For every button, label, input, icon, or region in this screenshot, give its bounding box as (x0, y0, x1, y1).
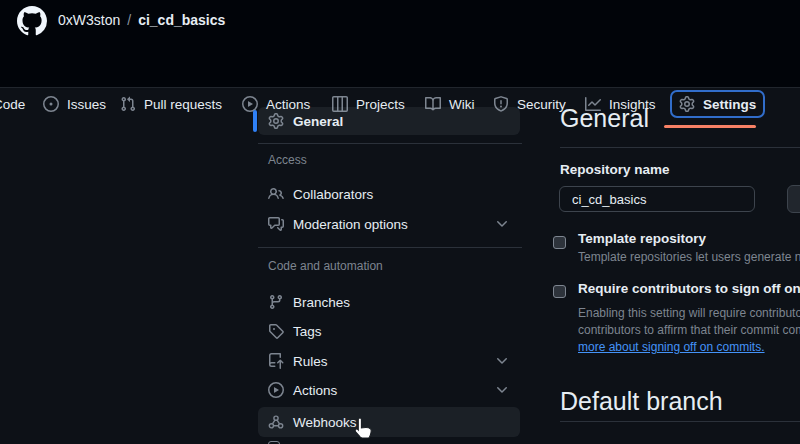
issue-opened-icon (43, 96, 59, 112)
template-repository-description: Template repositories let users generate… (578, 251, 800, 264)
rename-button[interactable] (787, 185, 800, 213)
sidebar-item-actions[interactable]: Actions (258, 376, 520, 404)
github-settings-page: 0xW3ston / ci_cd_basics Code Issues Pull… (0, 0, 800, 444)
breadcrumb: 0xW3ston / ci_cd_basics (58, 12, 225, 28)
tag-icon (268, 323, 284, 339)
require-signoff-label: Require contributors to sign off on web-… (578, 282, 800, 296)
require-signoff-description-line-1: Enabling this setting will require contr… (578, 307, 800, 320)
sidebar-item-rules[interactable]: Rules (258, 347, 520, 375)
sidebar-item-webhooks[interactable]: Webhooks (258, 407, 520, 437)
sidebar-section-access: Access (268, 153, 307, 167)
sidebar-item-tags[interactable]: Tags (258, 317, 520, 345)
breadcrumb-repo-link[interactable]: ci_cd_basics (138, 12, 225, 28)
tab-settings[interactable]: Settings (670, 90, 765, 118)
section-divider (560, 421, 800, 422)
comment-discussion-icon (268, 216, 284, 232)
breadcrumb-owner-link[interactable]: 0xW3ston (58, 12, 120, 28)
people-icon (268, 186, 284, 202)
play-icon (268, 382, 284, 398)
template-repository-checkbox[interactable] (553, 236, 566, 249)
repository-name-input[interactable] (559, 186, 755, 212)
sidebar-item-general[interactable]: General (258, 107, 520, 135)
chevron-down-icon (494, 216, 510, 232)
github-logo-icon[interactable] (17, 6, 47, 36)
settings-sidebar: General Access Collaborators Moderation … (250, 96, 530, 444)
template-repository-label: Template repository (578, 232, 706, 246)
git-branch-icon (268, 294, 284, 310)
sidebar-item-moderation-options[interactable]: Moderation options (258, 210, 520, 238)
sidebar-divider (258, 143, 522, 144)
sidebar-section-code-and-automation: Code and automation (268, 259, 383, 273)
tab-pull-requests[interactable]: Pull requests (120, 96, 222, 112)
require-signoff-checkbox[interactable] (553, 285, 566, 298)
breadcrumb-separator: / (127, 12, 131, 28)
chevron-down-icon (494, 353, 510, 369)
active-tab-underline (664, 125, 756, 128)
gear-icon (679, 96, 695, 112)
signoff-learn-more-link[interactable]: more about signing off on commits. (578, 341, 765, 354)
site-header: 0xW3ston / ci_cd_basics (0, 0, 800, 42)
sidebar-item-collaborators[interactable]: Collaborators (258, 180, 520, 208)
chevron-down-icon (494, 382, 510, 398)
gear-icon (268, 113, 284, 129)
default-branch-heading: Default branch (560, 387, 723, 415)
repo-tab-nav: Code Issues Pull requests Actions Projec… (0, 42, 800, 88)
repository-name-label: Repository name (560, 162, 670, 177)
sidebar-item-branches[interactable]: Branches (258, 288, 520, 316)
selected-item-accent-bar (253, 110, 257, 132)
tab-issues[interactable]: Issues (43, 96, 106, 112)
webhook-icon (268, 414, 284, 430)
require-signoff-description-line-2: contributors to affirm that their commit… (578, 324, 800, 337)
page-title: General (560, 104, 649, 132)
tab-code[interactable]: Code (0, 96, 25, 112)
repo-push-icon (268, 353, 284, 369)
pull-request-icon (120, 96, 136, 112)
section-divider (560, 147, 800, 148)
sidebar-divider (258, 247, 522, 248)
